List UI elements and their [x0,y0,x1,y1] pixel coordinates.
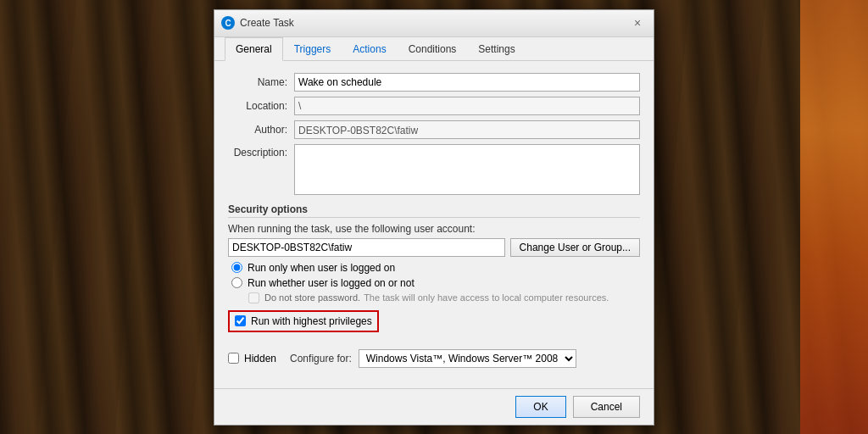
do-not-store-note: The task will only have access to local … [364,292,609,303]
location-row: Location: [228,97,640,115]
hidden-label: Hidden [244,353,276,364]
user-account-input[interactable] [228,238,505,257]
tabs-bar: General Triggers Actions Conditions Sett… [214,37,654,61]
author-label: Author: [228,124,294,136]
hidden-checkbox[interactable] [228,353,239,364]
description-row: Description: [228,144,640,195]
dialog-overlay: C Create Task × General Triggers Actions… [0,0,868,434]
configure-for-select[interactable]: Windows Vista™, Windows Server™ 2008Wind… [359,349,576,368]
tab-actions[interactable]: Actions [342,37,397,61]
run-highest-row: Run with highest privileges [228,310,379,332]
title-bar: C Create Task × [214,10,654,37]
dialog-footer: OK Cancel [214,388,654,425]
description-label: Description: [228,144,294,159]
radio-not-logged-row: Run whether user is logged on or not [228,277,640,289]
security-title: Security options [228,203,640,218]
author-value: DESKTOP-0BST82C\fatiw [294,120,640,139]
hidden-check: Hidden [228,353,276,364]
run-highest-container: Run with highest privileges [228,310,640,341]
name-row: Name: [228,73,640,92]
author-row: Author: DESKTOP-0BST82C\fatiw [228,120,640,139]
dialog-icon: C [221,16,235,30]
close-button[interactable]: × [628,14,647,32]
configure-for-label: Configure for: [290,353,352,364]
run-highest-checkbox[interactable] [235,315,246,326]
do-not-store-checkbox[interactable] [248,292,259,303]
name-input[interactable] [294,73,640,92]
bottom-options-row: Hidden Configure for: Windows Vista™, Wi… [228,349,640,368]
user-account-label: When running the task, use the following… [228,223,640,235]
tab-general[interactable]: General [225,37,283,61]
radio-not-logged-label: Run whether user is logged on or not [248,277,415,289]
location-input[interactable] [294,97,640,115]
radio-not-logged[interactable] [231,277,242,288]
location-label: Location: [228,100,294,112]
radio-logged-on-label: Run only when user is logged on [248,262,395,274]
user-account-row: Change User or Group... [228,238,640,257]
security-section: Security options When running the task, … [228,203,640,368]
change-user-group-button[interactable]: Change User or Group... [510,238,640,257]
do-not-store-label: Do not store password. [264,292,360,303]
dialog-body: Name: Location: Author: DESKTOP-0BST82C\… [214,61,654,388]
title-bar-left: C Create Task [221,16,294,30]
tab-triggers[interactable]: Triggers [283,37,342,61]
create-task-dialog: C Create Task × General Triggers Actions… [214,9,654,426]
cancel-button[interactable]: Cancel [573,396,640,418]
do-not-store-row: Do not store password. The task will onl… [228,292,640,303]
radio-logged-on[interactable] [231,262,242,273]
description-input[interactable] [294,144,640,195]
run-highest-label: Run with highest privileges [251,315,372,327]
radio-logged-on-row: Run only when user is logged on [228,262,640,274]
name-label: Name: [228,76,294,88]
tab-settings[interactable]: Settings [467,37,526,61]
tab-conditions[interactable]: Conditions [398,37,468,61]
ok-button[interactable]: OK [515,396,565,418]
dialog-title: Create Task [240,17,294,29]
